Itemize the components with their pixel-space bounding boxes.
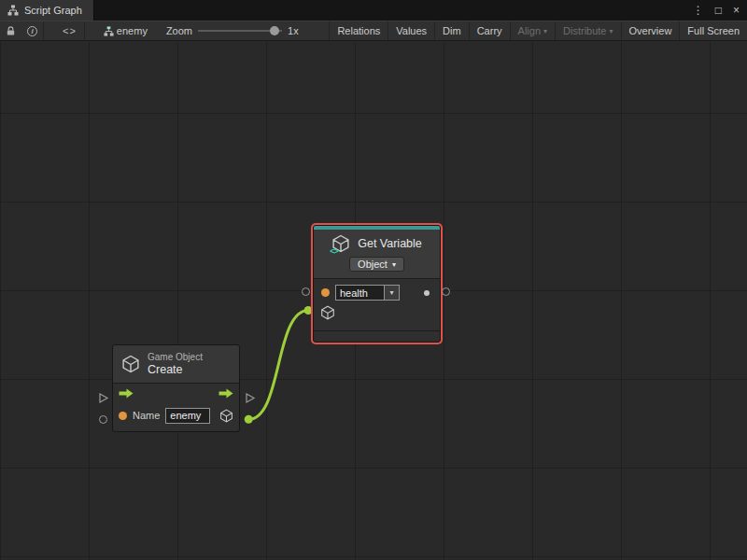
zoom-slider-handle[interactable]: [270, 26, 279, 35]
value-external-port[interactable]: [442, 287, 450, 296]
menu-icon[interactable]: ⋮: [693, 4, 704, 17]
graph-asset-icon: [104, 26, 114, 36]
chevron-down-icon: ▾: [392, 260, 396, 269]
dim-button[interactable]: Dim: [435, 21, 469, 40]
tab-script-graph[interactable]: Script Graph: [0, 0, 94, 21]
variable-name-external-port[interactable]: [302, 287, 310, 296]
tab-title: Script Graph: [24, 5, 82, 16]
carry-button[interactable]: Carry: [470, 21, 510, 40]
variable-name-dropdown-button[interactable]: ▾: [384, 285, 400, 301]
connection-wire[interactable]: [248, 310, 308, 419]
graph-icon: [7, 5, 19, 16]
variable-scope-dropdown[interactable]: Object ▾: [349, 257, 404, 272]
toolbar-separator: [84, 21, 85, 40]
node-category: Game Object: [148, 352, 203, 363]
object-input-cube-icon[interactable]: [320, 305, 335, 320]
code-icon: <>: [63, 25, 77, 36]
toolbar-separator: [43, 21, 44, 40]
script-graph-window: Script Graph ⋮ □ × i <>: [0, 0, 747, 560]
node-header[interactable]: Game Object Create: [113, 345, 239, 383]
info-button[interactable]: i: [21, 21, 43, 40]
zoom-value: 1x: [288, 25, 299, 36]
tab-bar: Script Graph ⋮ □ ×: [0, 0, 747, 21]
zoom-label: Zoom: [166, 25, 192, 36]
graph-breadcrumb[interactable]: enemy: [96, 21, 155, 40]
window-controls: ⋮ □ ×: [693, 0, 747, 21]
connected-input-port[interactable]: [304, 306, 313, 315]
name-input-field[interactable]: enemy: [165, 408, 210, 424]
maximize-icon[interactable]: □: [715, 4, 722, 17]
lock-icon: [6, 25, 16, 36]
node-title: Get Variable: [358, 237, 422, 250]
cube-icon: [121, 355, 140, 373]
chevron-down-icon: ▾: [389, 288, 393, 297]
connected-output-port[interactable]: [245, 415, 253, 424]
zoom-slider[interactable]: [198, 30, 282, 32]
close-icon[interactable]: ×: [733, 4, 740, 17]
fullscreen-button[interactable]: Full Screen: [680, 21, 747, 40]
lock-button[interactable]: [0, 21, 21, 40]
game-object-output-cube-icon[interactable]: [219, 409, 233, 423]
flow-input-arrow-icon[interactable]: [118, 388, 134, 399]
node-title: Create: [148, 363, 203, 376]
overview-button[interactable]: Overview: [622, 21, 680, 40]
name-input-port[interactable]: [119, 412, 127, 420]
variable-name-port[interactable]: [321, 288, 330, 297]
node-get-variable[interactable]: <> Get Variable Object ▾ health ▾: [313, 225, 441, 343]
code-badge-icon: <>: [330, 246, 338, 256]
value-output-port[interactable]: [424, 290, 430, 296]
flow-input-port-triangle[interactable]: [97, 392, 109, 404]
distribute-button: Distribute ▾: [556, 21, 620, 40]
chevron-down-icon: ▾: [610, 27, 613, 35]
variable-name-field[interactable]: health: [335, 285, 384, 301]
node-header[interactable]: <> Get Variable Object ▾: [314, 230, 440, 278]
edit-code-button[interactable]: <>: [55, 21, 84, 40]
align-button: Align ▾: [511, 21, 555, 40]
flow-output-arrow-icon[interactable]: [218, 388, 234, 399]
name-external-port[interactable]: [99, 415, 107, 424]
name-port-label: Name: [133, 410, 160, 421]
values-button[interactable]: Values: [388, 21, 434, 40]
flow-output-port-triangle[interactable]: [244, 392, 256, 404]
graph-toolbar: i <> enemy Zoom 1x Relations: [0, 21, 747, 41]
graph-canvas[interactable]: Game Object Create Name enemy: [0, 42, 747, 560]
graph-name: enemy: [117, 25, 148, 36]
info-icon: i: [27, 26, 37, 36]
relations-button[interactable]: Relations: [330, 21, 388, 40]
node-game-object-create[interactable]: Game Object Create Name enemy: [112, 344, 240, 432]
chevron-down-icon: ▾: [543, 27, 547, 35]
